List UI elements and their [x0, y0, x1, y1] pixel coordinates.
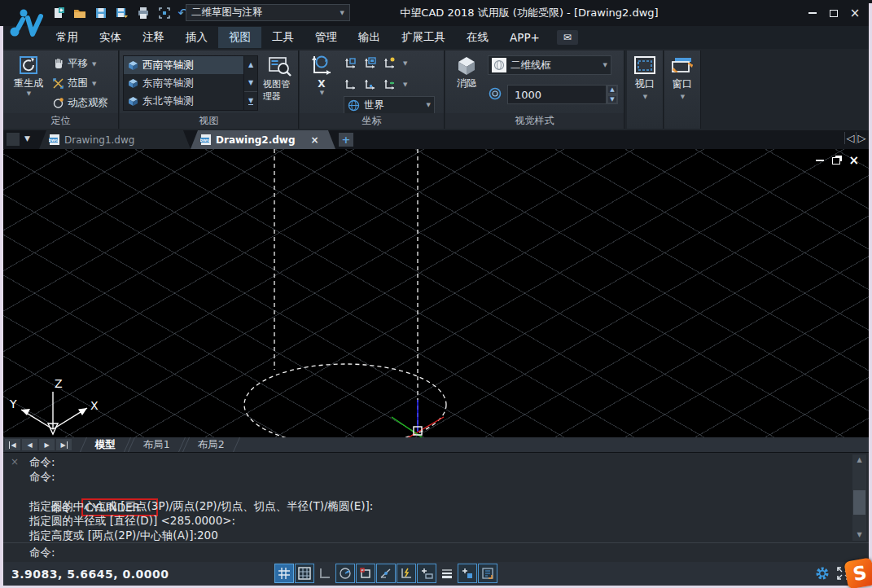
lineweight-toggle[interactable] [437, 564, 457, 583]
isolate-objects-icon [461, 567, 474, 580]
tab-layout2[interactable]: 布局2 [182, 437, 240, 452]
app-logo[interactable] [7, 3, 44, 44]
ucs-icon-z-axis[interactable] [363, 78, 376, 91]
maximize-button[interactable] [825, 7, 843, 20]
next-layout-button[interactable]: ▶ [39, 439, 55, 450]
extents-dropdown-icon[interactable]: ▼ [92, 81, 96, 87]
ucs-icon-previous[interactable] [344, 78, 357, 91]
command-close-icon[interactable]: × [11, 456, 19, 467]
scrollbar-down-icon[interactable]: ▼ [852, 529, 866, 541]
close-button[interactable]: × [846, 7, 864, 20]
title-bar: ↶▼ ↷▼ ? 二维草图与注释 ▼ 中望CAD 2018 试用版 (功能受限) … [0, 0, 872, 26]
regen-button[interactable]: 重生成 ▼ [10, 54, 47, 97]
view-item-sw-isometric[interactable]: 西南等轴测 [124, 56, 243, 74]
visual-style-dropdown[interactable]: 二维线框 ▼ [488, 55, 611, 75]
settings-gear-button[interactable] [815, 566, 830, 581]
scrollbar-up-icon[interactable]: ▲ [852, 454, 866, 466]
ime-badge[interactable]: S [844, 557, 872, 588]
tab-solid[interactable]: 实体 [89, 27, 132, 48]
scrollbar-thumb[interactable] [853, 490, 865, 515]
tab-manage[interactable]: 管理 [305, 27, 348, 48]
command-input[interactable]: 命令: [3, 542, 869, 562]
workspace-dropdown[interactable]: 二维草图与注释 ▼ [186, 4, 350, 21]
workspace-switch-toggle[interactable] [478, 564, 497, 583]
spinner-up-button[interactable]: ▲ [607, 85, 618, 94]
tab-insert[interactable]: 插入 [175, 27, 218, 48]
spinner-down-button[interactable]: ▼ [607, 94, 618, 104]
tab-output[interactable]: 输出 [348, 27, 391, 48]
tab-overflow-icon[interactable]: ▼ [24, 134, 30, 143]
command-history[interactable]: × 命令: 命令: 命令: CYLINDER 指定圆的中心点或 [三点(3P)/… [3, 452, 869, 542]
scroll-down-button[interactable]: ▼ [244, 74, 257, 92]
drawing-canvas[interactable]: Z X Y × [3, 149, 869, 437]
ucs-icon-origin[interactable] [344, 57, 357, 70]
new-tab-button[interactable]: + [339, 133, 353, 147]
new-file-icon[interactable] [50, 6, 67, 20]
object-snap-toggle[interactable] [356, 564, 375, 583]
pan-button[interactable]: 平移 ▼ [52, 57, 96, 71]
doc-tab-drawing2[interactable]: DWG Drawing2.dwg × [191, 130, 335, 149]
dwg-file-icon: DWG [200, 134, 212, 146]
scroll-bottom-button[interactable]: ▼ [244, 91, 257, 110]
hide-button[interactable]: 消隐 [450, 55, 483, 90]
ortho-toggle[interactable] [315, 564, 335, 583]
view-manager-button[interactable]: 视图管理器 [263, 55, 297, 103]
save-icon[interactable] [93, 6, 109, 20]
ucs-x-dropdown-icon[interactable]: ▼ [320, 90, 324, 96]
tab-scroll-right[interactable]: ▷ [856, 132, 867, 144]
tab-annotate[interactable]: 注释 [132, 27, 175, 48]
save-as-icon[interactable] [114, 6, 130, 20]
view-restore-icon[interactable] [832, 157, 840, 165]
object-snap-tracking-toggle[interactable] [376, 564, 396, 583]
ucs-row1-dropdown-icon[interactable]: ▼ [403, 60, 407, 67]
view-item-se-isometric[interactable]: 东南等轴测 [124, 74, 243, 92]
tab-app-plus[interactable]: APP+ [499, 28, 550, 47]
preview-select-icon[interactable] [156, 6, 173, 20]
tab-list-button[interactable] [7, 133, 20, 146]
tab-home[interactable]: 常用 [46, 27, 89, 48]
tab-view[interactable]: 视图 [218, 27, 261, 48]
open-folder-icon[interactable] [72, 6, 88, 20]
polar-tracking-toggle[interactable] [335, 564, 355, 583]
ucs-x-button[interactable]: X ▼ [305, 54, 339, 96]
ucs-icon-object[interactable] [383, 78, 396, 91]
view-minimize-icon[interactable] [816, 160, 824, 161]
tab-online[interactable]: 在线 [456, 27, 499, 48]
tab-tools[interactable]: 工具 [261, 27, 305, 48]
grid-toggle[interactable] [274, 564, 294, 583]
mail-button[interactable]: ✉ [557, 30, 578, 45]
ucs-row2-dropdown-icon[interactable]: ▼ [403, 81, 407, 88]
dynamic-input-toggle[interactable] [417, 564, 436, 583]
regen-dropdown-icon[interactable]: ▼ [27, 90, 31, 97]
orbit-button[interactable]: 动态观察 [52, 96, 108, 110]
view-manager-icon [268, 55, 292, 78]
ucs-icon-named[interactable] [383, 57, 396, 70]
isolate-objects-toggle[interactable] [458, 564, 477, 583]
pan-dropdown-icon[interactable]: ▼ [92, 61, 96, 68]
tab-close-icon[interactable]: × [310, 134, 318, 146]
view-item-ne-isometric[interactable]: 东北等轴测 [124, 92, 243, 110]
command-scrollbar[interactable]: ▲ ▼ [852, 454, 866, 541]
scroll-up-button[interactable]: ▲ [244, 56, 257, 74]
zoom-extents-button[interactable]: 范围 ▼ [52, 77, 96, 90]
tab-layout1[interactable]: 布局1 [128, 437, 186, 452]
first-layout-button[interactable]: ◀ [5, 439, 20, 450]
isolines-input[interactable]: 1000 [507, 85, 607, 104]
minimize-button[interactable] [804, 7, 822, 20]
tab-scroll-left[interactable]: ◁ [844, 132, 856, 144]
viewport-button[interactable]: 视口 ▼ [627, 50, 664, 129]
prev-layout-button[interactable]: ◀ [22, 439, 37, 450]
window-panel-button[interactable]: 窗口 ▼ [664, 50, 701, 129]
tab-express[interactable]: 扩展工具 [391, 27, 456, 48]
view-close-icon[interactable]: × [848, 155, 859, 166]
last-layout-button[interactable]: ▶ [56, 439, 72, 450]
ucs-world-dropdown[interactable]: 世界 ▼ [344, 96, 435, 114]
print-icon[interactable] [135, 6, 151, 20]
dynamic-ucs-toggle[interactable] [397, 564, 416, 583]
tab-model[interactable]: 模型 [80, 437, 131, 452]
snap-toggle[interactable] [295, 564, 314, 583]
ucs-icon-face[interactable] [363, 57, 376, 70]
doc-tab-drawing1[interactable]: DWG Drawing1.dwg [39, 130, 191, 149]
dynamic-input-icon [420, 567, 433, 580]
last-icon: ▶ [60, 441, 67, 449]
